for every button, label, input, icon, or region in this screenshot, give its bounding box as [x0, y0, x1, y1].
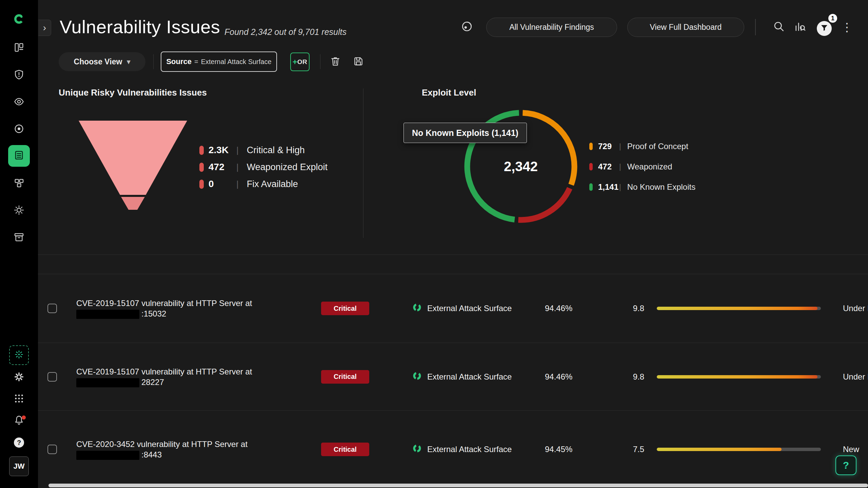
redacted-host [76, 451, 139, 460]
delete-filter-button[interactable] [328, 54, 343, 70]
trash-icon [330, 56, 341, 68]
vulnerability-name: CVE-2019-15107 vulnerability at HTTP Ser… [76, 298, 252, 319]
vulnerability-name: CVE-2019-15107 vulnerability at HTTP Ser… [76, 366, 252, 387]
filter-count-badge: 1 [828, 13, 838, 23]
table-row[interactable]: CVE-2019-15107 vulnerability at HTTP Ser… [0, 274, 868, 343]
table-row[interactable]: CVE-2019-15107 vulnerability at HTTP Ser… [0, 343, 868, 411]
legend-item: 472 | Weaponized [589, 157, 695, 177]
archive-box-icon [14, 232, 24, 244]
sidebar-item-dashboard[interactable] [10, 39, 28, 57]
brand-logo[interactable] [10, 10, 28, 28]
add-or-filter-button[interactable]: +OR [290, 53, 310, 71]
sidebar-item-risks[interactable] [10, 66, 28, 84]
legend-marker [199, 146, 204, 155]
header-divider [755, 19, 756, 35]
sidebar-item-notifications[interactable] [10, 412, 28, 430]
chip-operator: = [194, 58, 198, 66]
funnel-chart [79, 121, 187, 212]
filter-funnel-icon [820, 24, 828, 33]
status-cell: Under Review [843, 304, 868, 313]
legend-marker [199, 163, 204, 172]
horizontal-scrollbar[interactable] [48, 484, 868, 487]
help-button[interactable]: ? [835, 455, 856, 475]
sidebar-item-threats[interactable] [10, 202, 28, 220]
sidebar-item-apps[interactable] [10, 390, 28, 408]
user-avatar[interactable]: JW [9, 456, 29, 476]
sidebar-item-help[interactable]: ? [10, 434, 28, 451]
chart-search-icon [794, 20, 806, 34]
donut-tooltip: No Known Exploits (1,141) [403, 123, 527, 143]
cvss-score-bar [657, 375, 821, 379]
legend-marker [589, 183, 593, 191]
legend-item: 472 | Weaponized Exploit [199, 159, 328, 176]
funnel-panel-title: Unique Risky Vulnerabilities Issues [59, 87, 207, 98]
epss-score: 94.46% [545, 372, 572, 382]
epss-score: 94.46% [545, 304, 572, 313]
radar-icon [461, 20, 473, 34]
sidebar-item-scan[interactable] [9, 345, 29, 365]
filter-bar-divider [153, 54, 154, 69]
sidebar-item-inventory[interactable] [10, 229, 28, 247]
question-icon: ? [14, 438, 24, 448]
row-checkbox[interactable] [47, 445, 57, 454]
status-cell: New [843, 445, 859, 454]
exploit-legend: 729 | Proof of Concept 472 | Weaponized … [589, 136, 695, 197]
sidebar-item-settings[interactable] [10, 369, 28, 386]
sidebar-item-targets[interactable] [10, 121, 28, 138]
filter-bar-divider-2 [320, 54, 320, 69]
status-cell: Under Review [843, 372, 868, 382]
sidebar-item-assets[interactable] [10, 175, 28, 192]
row-checkbox[interactable] [47, 304, 57, 313]
page-title: Vulnerability Issues [60, 16, 220, 37]
choose-view-label: Choose View [74, 57, 122, 66]
grid-dots-icon [14, 393, 24, 405]
choose-view-dropdown[interactable]: Choose View ▾ [59, 52, 145, 71]
external-attack-surface-icon [412, 444, 422, 455]
active-filter-button[interactable] [817, 21, 832, 36]
vulnerability-name: CVE-2020-3452 vulnerability at HTTP Serv… [76, 439, 248, 460]
chip-value: External Attack Surface [201, 58, 272, 66]
scan-burst-icon [14, 349, 24, 361]
sidebar-item-vulnerabilities-active[interactable] [8, 145, 30, 167]
plus-icon: + [293, 57, 297, 67]
columns-icon [14, 42, 24, 54]
source-cell: External Attack Surface [412, 371, 512, 383]
gear-icon [14, 371, 24, 384]
redacted-host [76, 310, 139, 319]
chevron-down-icon: ▾ [127, 58, 130, 66]
exploit-panel-title: Exploit Level [422, 87, 476, 98]
legend-item: 729 | Proof of Concept [589, 136, 695, 157]
expand-panel-button[interactable]: › [38, 20, 51, 36]
table-row[interactable]: CVE-2020-3452 vulnerability at HTTP Serv… [0, 411, 868, 488]
row-checkbox[interactable] [47, 372, 57, 382]
sidebar-item-visibility[interactable] [10, 94, 28, 111]
kebab-menu-button[interactable]: ⋮ [841, 18, 853, 36]
legend-item: 0 | Fix Available [199, 176, 328, 192]
chip-field: Source [166, 57, 192, 66]
legend-item: 2.3K | Critical & High [199, 142, 328, 159]
legend-item: 1,141 | No Known Exploits [589, 177, 695, 197]
filter-chip-source[interactable]: Source = External Attack Surface [161, 52, 277, 72]
search-icon [773, 20, 785, 34]
cvss-score: 9.8 [626, 372, 644, 382]
view-full-dashboard-button[interactable]: View Full Dashboard [627, 18, 744, 37]
table-header: NAME SEVERITY SOURCE EPSS SCORE ↓↑ CVSS … [38, 255, 868, 274]
chart-search-button[interactable] [791, 19, 808, 36]
legend-marker [589, 143, 593, 150]
save-icon [353, 56, 364, 68]
legend-marker [199, 180, 204, 189]
cvss-score-bar [657, 307, 821, 310]
source-cell: External Attack Surface [412, 444, 512, 455]
cvss-score: 9.8 [626, 304, 644, 313]
legend-marker [589, 163, 593, 170]
rescan-button[interactable] [458, 19, 475, 36]
source-cell: External Attack Surface [412, 303, 512, 314]
virus-icon [14, 205, 24, 217]
results-summary: Found 2,342 out of 9,701 results [224, 27, 347, 37]
clipboard-list-icon [14, 150, 24, 162]
save-view-button[interactable] [351, 54, 366, 70]
external-attack-surface-icon [412, 371, 422, 383]
search-button[interactable] [770, 19, 787, 36]
all-vulnerability-findings-button[interactable]: All Vulnerability Findings [486, 18, 617, 37]
eye-icon [14, 96, 24, 108]
